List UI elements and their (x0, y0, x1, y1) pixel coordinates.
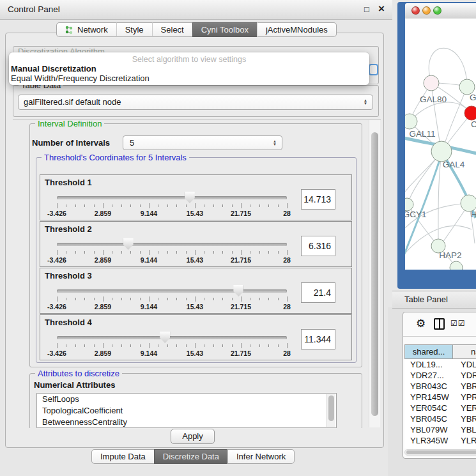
threshold-label: Threshold 4 (45, 318, 92, 327)
tick-mark (250, 298, 250, 300)
slider-thumb[interactable] (233, 285, 243, 296)
network-node[interactable] (405, 198, 413, 211)
traffic-light-close[interactable] (411, 6, 420, 15)
slider-tick-labels: -3.4262.8599.14415.4321.71528 (57, 349, 287, 357)
table-horizontal-scrollbar-thumb[interactable] (406, 450, 476, 454)
table-row[interactable]: YDL19...YDL1 (404, 359, 476, 370)
top-tab-bar: NetworkStyleSelectCyni ToolboxjActiveMNo… (56, 22, 337, 37)
traffic-light-zoom[interactable] (433, 6, 441, 15)
split-table-icon[interactable] (434, 318, 445, 330)
number-of-intervals-spinner[interactable]: 5 ▲▼ (123, 135, 282, 150)
algorithm-combo-focus-ring[interactable] (369, 64, 378, 75)
network-node[interactable] (424, 75, 439, 91)
apply-button[interactable]: Apply (171, 429, 215, 444)
tick-mark (121, 251, 122, 254)
tab-style[interactable]: Style (116, 22, 152, 37)
attributes-list-scrollbar-thumb[interactable] (328, 395, 334, 421)
tick-mark (57, 203, 58, 208)
table-cell: YDR27... (404, 370, 453, 381)
network-node[interactable] (405, 114, 417, 129)
threshold-box-4: Threshold 4-3.4262.8599.14415.4321.71528… (40, 314, 352, 360)
tick-mark (94, 204, 95, 207)
table-row[interactable]: YDR27...YDR2 (404, 370, 476, 381)
traffic-light-minimize[interactable] (422, 6, 431, 15)
tick-mark (241, 296, 242, 302)
float-window-icon[interactable]: □ (362, 4, 372, 14)
table-row[interactable]: YBR043CYBR0 (404, 381, 476, 392)
column-header-1[interactable]: shared... (404, 344, 453, 359)
network-node[interactable] (464, 106, 476, 120)
table-cell: YLR345W (404, 435, 453, 446)
table-row[interactable]: YER054CYER0 (404, 403, 476, 413)
tick-mark (84, 298, 85, 300)
network-node[interactable] (431, 141, 452, 162)
tick-mark (103, 296, 104, 302)
attribute-item-selfloops[interactable]: SelfLoops (37, 394, 336, 405)
attribute-item-topologicalcoefficient[interactable]: TopologicalCoefficient (37, 405, 336, 417)
settings-scrollbar-thumb[interactable] (371, 132, 378, 416)
tick-mark (112, 204, 112, 207)
network-node[interactable] (450, 261, 463, 270)
tab-discretize-data[interactable]: Discretize Data (154, 449, 227, 464)
threshold-slider[interactable]: -3.4262.8599.14415.4321.71528 (57, 284, 287, 312)
tick-label: 28 (283, 256, 291, 264)
table-cell: YDR2 (453, 370, 476, 381)
threshold-slider[interactable]: -3.4262.8599.14415.4321.71528 (57, 237, 287, 265)
tick-label: 2.859 (95, 303, 111, 311)
table-row[interactable]: YLR345WYLR3 (404, 435, 476, 446)
tick-mark (176, 251, 177, 254)
slider-ticks (57, 250, 287, 256)
table-cell: YDL19... (404, 359, 453, 370)
slider-thumb[interactable] (185, 192, 195, 203)
tab-impute-data[interactable]: Impute Data (91, 449, 154, 464)
tab-cyni-toolbox[interactable]: Cyni Toolbox (192, 22, 257, 37)
tick-mark (278, 251, 279, 254)
column-visibility-checkboxes-icon[interactable]: ☑☑ (450, 319, 466, 328)
tick-mark (66, 204, 66, 207)
threshold-value-field[interactable]: 11.344 (301, 329, 335, 349)
network-canvas[interactable]: GAL80GACGAL11GAL4GCY1HHAP2 (405, 19, 476, 270)
slider-thumb[interactable] (160, 332, 170, 343)
table-horizontal-scrollbar[interactable] (404, 449, 476, 456)
close-panel-icon[interactable]: × (376, 3, 387, 15)
table-row[interactable]: YPR145WYPR1 (404, 392, 476, 403)
table-row[interactable]: YBR045CYBR0 (404, 413, 476, 424)
tab-network[interactable]: Network (56, 22, 116, 37)
table-row[interactable]: YIL052CYIL0 (404, 446, 476, 449)
number-of-intervals-label: Number of Intervals (32, 138, 110, 148)
tab-select[interactable]: Select (152, 22, 192, 37)
attribute-item-betweennesscentrality[interactable]: BetweennessCentrality (37, 417, 336, 428)
gear-icon[interactable]: ⚙ (416, 317, 426, 330)
threshold-slider[interactable]: -3.4262.8599.14415.4321.71528 (57, 190, 287, 219)
network-window-titlebar[interactable] (405, 3, 476, 19)
tab-label: Infer Network (236, 452, 286, 461)
thresholds-group-title: Threshold's Coordinates for 5 Intervals (42, 153, 189, 162)
tick-mark (158, 251, 158, 254)
tick-label: 9.144 (141, 303, 157, 311)
algorithm-option-manual-discretization[interactable]: Manual Discretization (9, 64, 369, 73)
tick-mark (149, 203, 150, 208)
tick-mark (112, 251, 112, 254)
tick-mark (268, 251, 269, 254)
stepper-arrows-icon[interactable]: ▲▼ (273, 140, 277, 146)
threshold-value-field[interactable]: 21.4 (301, 282, 335, 303)
tab-infer-network[interactable]: Infer Network (227, 449, 295, 464)
threshold-slider[interactable]: -3.4262.8599.14415.4321.71528 (57, 330, 287, 358)
threshold-value-field[interactable]: 14.713 (301, 189, 335, 210)
slider-track (57, 289, 287, 293)
tick-mark (268, 298, 269, 300)
table-data-combobox[interactable]: galFiltered.sif default node ▲▼ (18, 95, 373, 110)
slider-thumb[interactable] (123, 238, 134, 250)
tab-jactivemnodules[interactable]: jActiveMNodules (257, 22, 337, 37)
stepper-arrows-icon[interactable]: ▲▼ (364, 99, 367, 105)
threshold-value-field[interactable]: 6.316 (301, 236, 335, 256)
settings-vertical-scrollbar[interactable] (369, 120, 380, 427)
tick-label: -3.426 (47, 256, 66, 264)
slider-tick-labels: -3.4262.8599.14415.4321.71528 (57, 303, 287, 311)
tick-mark (287, 296, 288, 302)
column-header-2[interactable]: na (453, 344, 476, 359)
algorithm-option-equal-width-frequency-discretization[interactable]: Equal Width/Frequency Discretization (9, 73, 369, 83)
attributes-list-scrollbar[interactable] (326, 394, 335, 427)
table-row[interactable]: YBL079WYBL0 (404, 424, 476, 435)
tick-mark (259, 298, 260, 300)
